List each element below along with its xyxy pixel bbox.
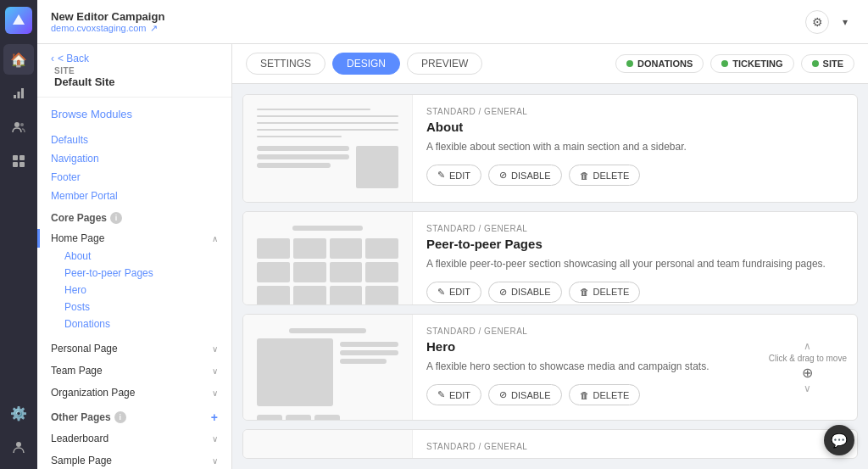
team-page-group-header[interactable]: Team Page ∨ — [37, 361, 231, 380]
nav-user[interactable] — [3, 432, 34, 462]
top-bar: New Editor Campaign demo.cvoxstaging.com… — [37, 0, 868, 44]
preview-buttons — [257, 415, 398, 421]
chat-fab-button[interactable]: 💬 — [824, 425, 854, 455]
edit-icon: ✎ — [437, 389, 445, 400]
preview-line — [257, 129, 398, 131]
preview-tab[interactable]: PREVIEW — [407, 53, 482, 75]
back-button[interactable]: ‹ < Back — [51, 53, 115, 64]
preview-image-box — [257, 338, 333, 406]
svg-rect-3 — [21, 88, 24, 98]
preview-line — [257, 136, 342, 137]
leaderboard-chevron-icon: ∨ — [212, 434, 218, 444]
ticketing-status-label: TICKETING — [732, 59, 782, 69]
sub-item-donations[interactable]: Donations — [37, 315, 231, 332]
drag-label: Click & drag to move — [769, 354, 847, 363]
module-actions-p2p: ✎ EDIT ⊘ DISABLE 🗑 DELETE — [426, 282, 843, 303]
external-link-icon[interactable]: ↗ — [150, 23, 158, 34]
sub-item-peer-to-peer[interactable]: Peer-to-peer Pages — [37, 265, 231, 282]
donations-status-pill[interactable]: DONATIONS — [615, 54, 704, 73]
delete-about-button[interactable]: 🗑 DELETE — [569, 165, 641, 186]
sub-item-about[interactable]: About — [37, 248, 231, 265]
org-chevron-icon: ∨ — [212, 388, 218, 398]
settings-gear-button[interactable]: ⚙ — [805, 10, 829, 34]
grid-item — [257, 238, 290, 259]
page-group-personal: Personal Page ∨ — [37, 338, 231, 360]
preview-line — [257, 163, 331, 168]
module-desc-p2p: A flexible peer-to-peer section showcasi… — [426, 256, 843, 271]
sub-item-posts[interactable]: Posts — [37, 299, 231, 315]
module-preview-about — [243, 95, 413, 202]
svg-rect-7 — [19, 155, 25, 160]
grid-item — [293, 262, 326, 282]
donations-status-label: DONATIONS — [637, 59, 693, 69]
svg-rect-6 — [13, 155, 18, 160]
module-breadcrumb-p2p: STANDARD / GENERAL — [426, 224, 843, 233]
core-pages-title: Core Pages i — [37, 205, 231, 227]
browse-modules-link[interactable]: Browse Modules — [37, 98, 231, 131]
sidebar-link-defaults[interactable]: Defaults — [37, 131, 231, 149]
ticketing-status-pill[interactable]: TICKETING — [710, 54, 793, 73]
module-info-partial: STANDARD / GENERAL — [413, 430, 857, 458]
sub-item-hero[interactable]: Hero — [37, 282, 231, 299]
back-arrow-icon: ‹ — [51, 53, 54, 64]
drag-overlay: ∧ Click & drag to move ⊕ ∨ — [769, 340, 847, 394]
sample-page-group-header[interactable]: Sample Page ∨ — [37, 451, 231, 469]
nav-home[interactable]: 🏠 — [3, 44, 34, 75]
disable-p2p-button[interactable]: ⊘ DISABLE — [488, 282, 561, 303]
nav-users[interactable] — [3, 112, 34, 142]
sidebar-link-navigation[interactable]: Navigation — [37, 149, 231, 168]
page-group-team: Team Page ∨ — [37, 360, 231, 382]
svg-rect-1 — [14, 95, 16, 98]
disable-icon: ⊘ — [499, 389, 507, 400]
site-status-pill[interactable]: SITE — [801, 54, 854, 73]
disable-hero-button[interactable]: ⊘ DISABLE — [488, 384, 561, 405]
module-breadcrumb-about: STANDARD / GENERAL — [426, 107, 843, 116]
delete-hero-button[interactable]: 🗑 DELETE — [569, 384, 641, 405]
dropdown-chevron[interactable]: ▾ — [836, 13, 854, 31]
other-pages-title: Other Pages i + — [37, 404, 231, 427]
personal-page-group-header[interactable]: Personal Page ∨ — [37, 339, 231, 358]
organization-page-group-header[interactable]: Organization Page ∨ — [37, 383, 231, 402]
delete-p2p-button[interactable]: 🗑 DELETE — [569, 282, 641, 303]
preview-btn-item — [314, 415, 340, 421]
grid-item — [330, 262, 363, 282]
nav-grid[interactable] — [3, 146, 34, 176]
sidebar: ‹ < Back SITE Default Site Browse Module… — [37, 44, 232, 469]
nav-settings[interactable]: ⚙️ — [3, 398, 34, 428]
svg-rect-2 — [18, 92, 20, 98]
grid-item — [257, 262, 290, 282]
preview-line — [289, 328, 367, 333]
svg-point-4 — [14, 122, 19, 127]
leaderboard-group-header[interactable]: Leaderboard ∨ — [37, 429, 231, 448]
campaign-info: New Editor Campaign demo.cvoxstaging.com… — [51, 10, 795, 34]
home-chevron-icon: ∧ — [212, 234, 218, 243]
add-other-page-button[interactable]: + — [211, 410, 218, 424]
module-card-p2p: STANDARD / GENERAL Peer-to-peer Pages A … — [242, 211, 858, 305]
svg-rect-9 — [19, 162, 25, 167]
home-page-group-header[interactable]: Home Page ∧ — [37, 229, 231, 248]
sidebar-link-member-portal[interactable]: Member Portal — [37, 187, 231, 205]
nav-activity[interactable] — [3, 78, 34, 109]
edit-hero-button[interactable]: ✎ EDIT — [426, 384, 481, 405]
donations-status-dot — [626, 60, 633, 67]
delete-icon: 🗑 — [580, 170, 589, 181]
module-breadcrumb-hero: STANDARD / GENERAL — [426, 327, 843, 336]
page-group-home: Home Page ∧ About Peer-to-peer Pages Her… — [37, 227, 231, 338]
edit-p2p-button[interactable]: ✎ EDIT — [426, 282, 481, 303]
top-bar-controls: ⚙ ▾ — [805, 10, 854, 34]
ticketing-status-dot — [721, 60, 728, 67]
disable-about-button[interactable]: ⊘ DISABLE — [488, 165, 561, 186]
design-tab[interactable]: DESIGN — [332, 53, 400, 75]
svg-rect-8 — [13, 162, 18, 167]
home-sub-items: About Peer-to-peer Pages Hero Posts Dona… — [37, 248, 231, 336]
other-pages-info-icon: i — [114, 411, 126, 423]
sidebar-link-footer[interactable]: Footer — [37, 168, 231, 187]
edit-about-button[interactable]: ✎ EDIT — [426, 165, 481, 186]
module-actions-about: ✎ EDIT ⊘ DISABLE 🗑 DELETE — [426, 165, 843, 186]
drag-up-arrow: ∧ — [804, 340, 811, 352]
app-logo — [5, 7, 32, 34]
settings-tab[interactable]: SETTINGS — [246, 53, 326, 75]
drag-handle-icon[interactable]: ⊕ — [802, 365, 813, 381]
site-status-label: SITE — [823, 59, 843, 69]
module-preview-partial — [243, 430, 413, 458]
